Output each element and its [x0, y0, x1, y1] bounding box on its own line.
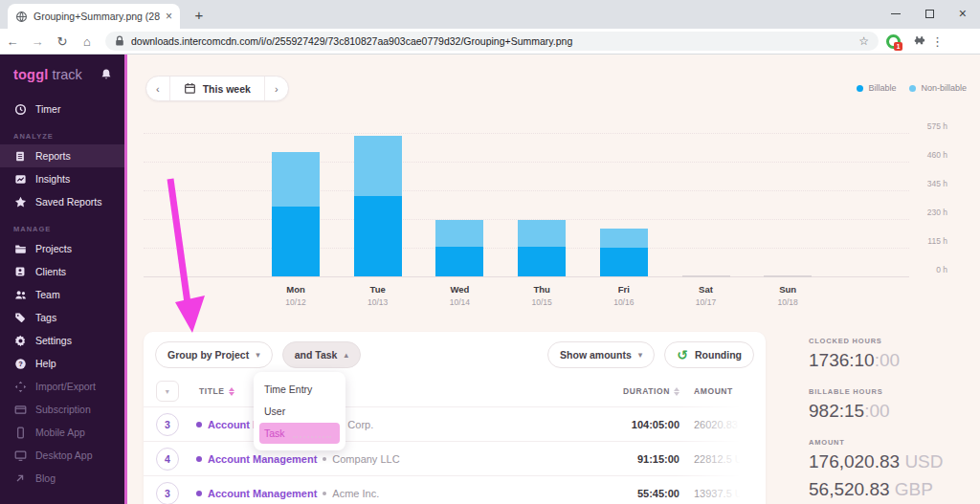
- project-name[interactable]: Account Management: [208, 453, 317, 465]
- sidebar-item-desktop-app[interactable]: Desktop App: [0, 444, 124, 467]
- bar-segment-non-billable[interactable]: [600, 229, 648, 248]
- sidebar-item-projects[interactable]: Projects: [0, 237, 124, 260]
- bar-segment-non-billable[interactable]: [518, 220, 566, 247]
- sidebar-item-insights[interactable]: Insights: [0, 167, 124, 190]
- client-name: Acme Inc.: [332, 488, 379, 499]
- window-maximize-icon[interactable]: [925, 10, 934, 18]
- entry-count-badge[interactable]: 3: [156, 413, 179, 436]
- billable-dot-icon: [857, 85, 863, 92]
- bar-tue[interactable]: [354, 136, 402, 276]
- window-close-icon[interactable]: ×: [959, 7, 967, 20]
- previous-period-button[interactable]: ‹: [146, 77, 169, 100]
- bar-segment-non-billable[interactable]: [435, 220, 483, 247]
- sidebar-item-clients[interactable]: Clients: [0, 260, 124, 283]
- sort-icon[interactable]: [674, 387, 679, 396]
- bar-segment-billable[interactable]: [518, 247, 566, 276]
- group-by-button[interactable]: Group by Project ▾: [155, 341, 273, 368]
- sidebar-item-team[interactable]: Team: [0, 283, 124, 306]
- sidebar-item-label: Clients: [35, 266, 66, 277]
- summary-panel: CLOCKED HOURS 1736:10:00 BILLABLE HOURS …: [809, 337, 976, 504]
- project-name[interactable]: Account Management: [208, 488, 317, 499]
- sidebar-item-blog[interactable]: Blog: [0, 467, 124, 490]
- empty-day-marker: [682, 275, 730, 277]
- sidebar-item-saved-reports[interactable]: Saved Reports: [0, 190, 124, 213]
- subgroup-by-button[interactable]: and Task ▴: [282, 341, 361, 368]
- sidebar-item-timer[interactable]: Timer: [0, 98, 124, 121]
- browser-tab[interactable]: Grouping+Summary.png (2880× ×: [8, 4, 180, 29]
- sidebar: toggl track Timer ANALYZE Reports Insigh…: [0, 55, 127, 504]
- window-minimize-icon[interactable]: [891, 13, 901, 14]
- bar-segment-non-billable[interactable]: [272, 152, 320, 207]
- bar-segment-non-billable[interactable]: [354, 136, 402, 196]
- external-link-icon: [13, 471, 27, 485]
- table-row[interactable]: 3 Account Ma Corp. 104:05:00 26020.83 US…: [144, 406, 766, 441]
- chevron-up-icon: ▴: [344, 350, 348, 360]
- team-people-icon: [13, 288, 27, 301]
- empty-day-marker: [764, 275, 812, 277]
- star-icon: [13, 195, 27, 208]
- tab-close-icon[interactable]: ×: [166, 10, 172, 23]
- bar-segment-billable[interactable]: [435, 247, 483, 276]
- bar-segment-billable[interactable]: [272, 207, 320, 276]
- extensions-puzzle-icon[interactable]: [912, 34, 925, 48]
- sidebar-item-tags[interactable]: Tags: [0, 306, 124, 329]
- sidebar-item-label: Reports: [35, 150, 71, 162]
- globe-favicon-icon: [15, 11, 28, 23]
- column-header-title[interactable]: TITLE: [199, 386, 234, 396]
- sidebar-item-label: Blog: [35, 472, 56, 484]
- bar-fri[interactable]: [600, 229, 648, 276]
- help-question-icon: ?: [13, 357, 27, 370]
- table-row[interactable]: 4 Account Management Company LLC 91:15:0…: [144, 441, 766, 475]
- menu-item-task[interactable]: Task: [259, 423, 340, 444]
- toggl-extension-icon[interactable]: 1: [886, 34, 901, 49]
- table-row[interactable]: 3 Account Management Acme Inc. 55:45:00 …: [144, 475, 766, 504]
- sidebar-item-settings[interactable]: Settings: [0, 329, 124, 352]
- column-header-duration[interactable]: DURATION: [623, 386, 679, 396]
- forward-icon[interactable]: →: [25, 34, 50, 49]
- bar-wed[interactable]: [435, 220, 483, 276]
- browser-menu-icon[interactable]: ⋮: [931, 34, 944, 49]
- show-amounts-button[interactable]: Show amounts ▾: [547, 341, 655, 368]
- clocked-hours-label: CLOCKED HOURS: [809, 337, 976, 345]
- legend-billable[interactable]: Billable: [857, 83, 896, 93]
- highlight-dots: [293, 436, 331, 438]
- toggl-logo[interactable]: toggl: [13, 67, 48, 82]
- new-tab-button[interactable]: +: [189, 7, 209, 23]
- entry-count-badge[interactable]: 4: [156, 448, 179, 471]
- x-axis-label: Fri10/16: [583, 284, 665, 307]
- rounding-button[interactable]: ↺ Rounding: [664, 341, 754, 368]
- insights-chart-icon: [13, 172, 27, 186]
- sidebar-item-subscription[interactable]: Subscription: [0, 398, 124, 421]
- menu-item-user[interactable]: User: [254, 401, 345, 423]
- bar-segment-billable[interactable]: [600, 248, 648, 276]
- sidebar-item-mobile-app[interactable]: Mobile App: [0, 421, 124, 444]
- bar-segment-billable[interactable]: [354, 196, 402, 276]
- x-axis-label: Mon10/12: [255, 284, 337, 307]
- entry-count-badge[interactable]: 3: [156, 482, 179, 504]
- home-icon[interactable]: ⌂: [75, 34, 100, 49]
- bar-mon[interactable]: [272, 152, 320, 276]
- address-bar[interactable]: downloads.intercomcdn.com/i/o/255927429/…: [105, 32, 879, 51]
- calendar-icon: [184, 82, 196, 95]
- period-selector-button[interactable]: This week: [169, 77, 264, 100]
- next-period-button[interactable]: ›: [264, 77, 288, 100]
- reload-icon[interactable]: ↻: [50, 34, 75, 49]
- back-icon[interactable]: ←: [0, 34, 25, 49]
- bar-thu[interactable]: [518, 220, 566, 276]
- amount-gbp-value: 56,520.83 GBP: [809, 479, 976, 500]
- notifications-bell-icon[interactable]: [100, 68, 113, 81]
- sidebar-item-import-export[interactable]: Import/Export: [0, 375, 124, 398]
- x-axis-label: Thu10/15: [501, 284, 583, 307]
- select-all-checkbox[interactable]: ▾: [156, 381, 179, 402]
- column-header-amount[interactable]: AMOUNT: [694, 386, 733, 396]
- sidebar-item-reports[interactable]: Reports: [0, 144, 124, 167]
- report-document-icon: [13, 149, 27, 163]
- folder-icon: [13, 242, 27, 255]
- legend-non-billable[interactable]: Non-billable: [909, 83, 967, 93]
- gridline: [144, 133, 909, 134]
- sort-icon[interactable]: [229, 387, 234, 396]
- menu-item-time-entry[interactable]: Time Entry: [254, 379, 345, 401]
- amount-value: 22812.5 USD: [694, 442, 757, 476]
- sidebar-item-help[interactable]: ? Help: [0, 352, 124, 375]
- bookmark-star-icon[interactable]: ☆: [858, 34, 869, 48]
